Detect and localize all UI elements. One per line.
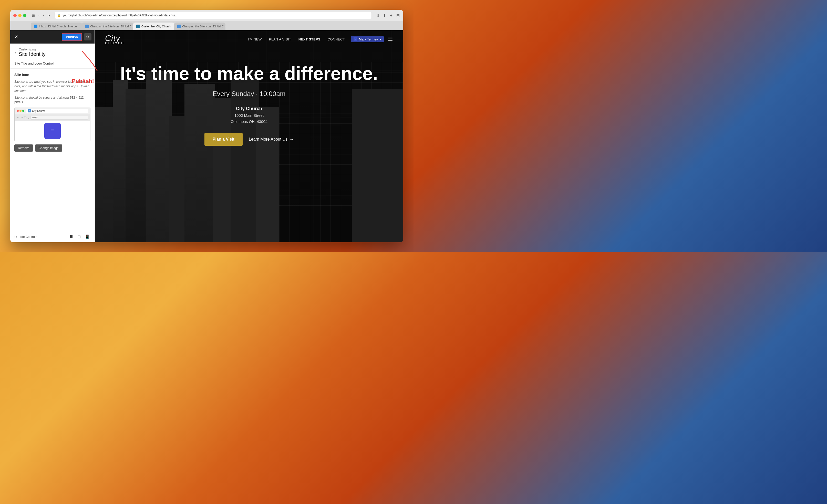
tablet-device-button[interactable]: ⊡ [77, 234, 81, 240]
mini-forward-btn[interactable]: → [20, 116, 23, 119]
download-button[interactable]: ⬇ [376, 12, 380, 18]
remove-icon-button[interactable]: Remove [14, 144, 33, 152]
refresh-button[interactable]: ⏵ [47, 13, 52, 18]
site-navigation: City CHURCH I'M NEW PLAN A VISIT NEXT ST… [95, 30, 403, 48]
mini-browser-mockup: ≡ City Church ← → ↻ ⌂ www. [14, 108, 90, 141]
nav-link-connect[interactable]: CONNECT [328, 37, 345, 41]
tab-bar: Inbox | Digital Church | Intercom Changi… [10, 21, 403, 30]
customizer-panel: ✕ Publish ⚙ ‹ Customizing Site Identity … [10, 30, 95, 242]
tab-1[interactable]: Inbox | Digital Church | Intercom [31, 22, 82, 30]
website-preview: City CHURCH I'M NEW PLAN A VISIT NEXT ST… [95, 30, 403, 242]
site-icon-title: Site Icon [14, 73, 90, 77]
user-name: Mark Tenney [359, 37, 378, 41]
change-image-button[interactable]: Change image [35, 144, 62, 152]
nav-link-next[interactable]: NEXT STEPS [298, 37, 321, 41]
maximize-traffic-light[interactable] [23, 14, 27, 17]
hamburger-menu-icon[interactable]: ☰ [388, 36, 393, 43]
site-icon-symbol: ≡ [50, 127, 54, 135]
forward-button[interactable]: › [42, 13, 45, 18]
device-buttons: 🖥 ⊡ 📱 [69, 234, 90, 240]
site-icon-size-note: Site Icons should be square and at least… [14, 95, 90, 104]
customizer-breadcrumb: ‹ Customizing Site Identity [10, 44, 95, 58]
toolbar-right: ⬇ ⬆ ＋ ⊞ [376, 12, 400, 19]
learn-more-arrow-icon: → [290, 137, 294, 142]
site-icon-preview: ≡ [44, 123, 61, 139]
tab-favicon-1 [34, 24, 37, 28]
address-text: yourdigital.church/wp-admin/customize.ph… [62, 13, 178, 17]
mini-address-label: City Church [32, 110, 45, 112]
hide-controls-label: Hide Controls [18, 235, 37, 239]
mini-min-light [19, 110, 21, 112]
tab-favicon-2 [85, 24, 89, 28]
title-bar: ⊡ ‹ › ⏵ 🔒 yourdigital.church/wp-admin/cu… [10, 10, 403, 21]
new-tab-button[interactable]: ＋ [389, 12, 394, 19]
mini-favicon-icon: ≡ [28, 109, 31, 112]
mini-refresh-btn[interactable]: ↻ [25, 116, 27, 119]
mini-home-btn[interactable]: ⌂ [28, 116, 30, 119]
customizer-body: Site Title and Logo Control › Site Icon … [10, 58, 95, 231]
desktop-device-button[interactable]: 🖥 [69, 234, 74, 240]
tab-4-label: Changing the Site Icon | Digital Church … [182, 25, 226, 28]
address-bar[interactable]: 🔒 yourdigital.church/wp-admin/customize.… [55, 12, 372, 19]
site-icon-section: Site Icon Site Icons are what you see in… [10, 69, 95, 156]
hero-subtitle: Every Sunday · 10:00am [105, 90, 393, 98]
hide-controls-button[interactable]: ⊙ Hide Controls [14, 235, 37, 239]
tab-favicon-3 [136, 24, 140, 28]
nav-link-new[interactable]: I'M NEW [248, 37, 261, 41]
breadcrumb-top-text: Customizing [19, 48, 46, 51]
browser-window: ⊡ ‹ › ⏵ 🔒 yourdigital.church/wp-admin/cu… [10, 10, 403, 242]
tab-3-label: Customize: City Church [141, 25, 171, 28]
church-address-1: 1000 Main Street [105, 112, 393, 118]
lock-icon: 🔒 [57, 14, 61, 17]
logo-church: CHURCH [105, 42, 125, 45]
back-button[interactable]: ‹ [37, 13, 41, 18]
minimize-traffic-light[interactable] [18, 14, 21, 17]
hero-title: It's time to make a difference. [105, 63, 393, 84]
mini-url-bar[interactable]: www. [31, 115, 88, 119]
site-title-logo-label: Site Title and Logo Control [14, 61, 54, 65]
nav-user-menu[interactable]: ≡ Mark Tenney ▾ [351, 36, 384, 42]
share-button[interactable]: ⬆ [382, 12, 387, 18]
church-info: City Church 1000 Main Street Columbus OH… [105, 106, 393, 125]
tab-favicon-4 [177, 24, 181, 28]
close-traffic-light[interactable] [13, 14, 17, 17]
site-logo: City CHURCH [105, 34, 125, 45]
customizer-header: ✕ Publish ⚙ [10, 30, 95, 44]
publish-button[interactable]: Publish [62, 33, 82, 41]
learn-more-label: Learn More About Us [249, 137, 287, 142]
plan-visit-button[interactable]: Plan a Visit [204, 133, 243, 146]
windows-button[interactable]: ⊞ [396, 12, 400, 18]
mini-browser-content: ≡ [15, 120, 90, 141]
mobile-device-button[interactable]: 📱 [84, 234, 90, 240]
mini-traffic-lights [17, 110, 25, 112]
tab-2[interactable]: Changing the Site Icon | Digital Church … [82, 22, 133, 30]
learn-more-button[interactable]: Learn More About Us → [249, 137, 294, 142]
mini-back-btn[interactable]: ← [17, 116, 19, 119]
breadcrumb-title: Site Identity [19, 51, 46, 57]
user-avatar-icon: ≡ [353, 37, 357, 41]
traffic-lights [13, 14, 27, 17]
nav-links: I'M NEW PLAN A VISIT NEXT STEPS CONNECT [248, 37, 345, 41]
tab-3[interactable]: Customize: City Church [133, 22, 174, 30]
main-content: ✕ Publish ⚙ ‹ Customizing Site Identity … [10, 30, 403, 242]
chevron-right-icon: › [89, 61, 90, 65]
breadcrumb-back-button[interactable]: ‹ [14, 50, 17, 55]
mini-close-light [17, 110, 19, 112]
hide-controls-icon: ⊙ [14, 235, 17, 239]
sidebar-toggle-button[interactable]: ⊡ [31, 13, 36, 18]
nav-buttons: ⊡ ‹ › [31, 13, 45, 18]
customizer-close-button[interactable]: ✕ [13, 33, 19, 41]
mini-www-label: www. [32, 116, 38, 119]
settings-gear-button[interactable]: ⚙ [84, 33, 92, 41]
cta-buttons: Plan a Visit Learn More About Us → [105, 133, 393, 146]
mini-browser-bar: ≡ City Church [15, 108, 90, 114]
site-title-logo-row[interactable]: Site Title and Logo Control › [10, 58, 95, 69]
nav-link-plan[interactable]: PLAN A VISIT [269, 37, 291, 41]
tab-2-label: Changing the Site Icon | Digital Church … [90, 25, 133, 28]
tab-1-label: Inbox | Digital Church | Intercom [39, 25, 79, 28]
mini-address-section: ≡ City Church [27, 109, 88, 113]
church-address-2: Columbus OH, 43004 [105, 118, 393, 125]
tab-4[interactable]: Changing the Site Icon | Digital Church … [174, 22, 226, 30]
icon-buttons: Remove Change image [14, 144, 90, 152]
church-name: City Church [105, 106, 393, 111]
